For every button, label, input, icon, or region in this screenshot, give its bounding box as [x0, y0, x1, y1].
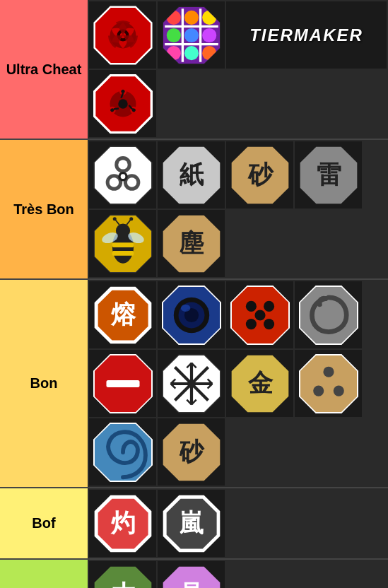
tier-row-tres-bon: Très Bon 紙 砂: [0, 140, 388, 280]
svg-point-20: [121, 89, 124, 93]
item-snowflake-white[interactable]: [158, 350, 225, 417]
tier-row-ca-passe: Ca Passe 木 晶: [0, 560, 388, 588]
svg-point-9: [184, 10, 198, 24]
svg-text:砂: 砂: [178, 437, 205, 465]
item-dots-tan[interactable]: [295, 350, 362, 417]
tier-label-tres-bon: Très Bon: [0, 140, 88, 278]
svg-text:紙: 紙: [178, 160, 204, 188]
svg-point-64: [254, 310, 265, 320]
item-kanji-chiri[interactable]: 塵: [158, 210, 225, 277]
tier-items-tres-bon: 紙 砂 雷: [88, 140, 388, 278]
item-mangekyou-red[interactable]: [89, 1, 156, 69]
svg-point-86: [333, 385, 343, 396]
tier-row-bof: Bof 灼 嵐: [0, 488, 388, 560]
item-flower-white[interactable]: [89, 141, 156, 208]
tier-items-bon: 熔: [88, 280, 388, 487]
svg-point-84: [323, 366, 334, 377]
svg-point-81: [187, 380, 196, 388]
svg-text:木: 木: [110, 580, 136, 588]
svg-point-34: [109, 177, 118, 187]
svg-point-10: [202, 10, 216, 24]
svg-point-63: [264, 319, 274, 329]
svg-point-62: [245, 319, 256, 329]
svg-point-47: [112, 217, 116, 220]
item-kanji-shou[interactable]: 晶: [158, 561, 225, 588]
tier-items-bof: 灼 嵐: [88, 488, 388, 558]
tier-items-ultra-cheat: TiERMAKER: [88, 0, 388, 139]
svg-point-49: [129, 217, 133, 220]
svg-rect-67: [106, 380, 139, 387]
svg-point-33: [118, 160, 127, 169]
item-circle-blue-black[interactable]: [158, 281, 225, 348]
item-swirl-gray[interactable]: [295, 281, 362, 348]
svg-point-85: [313, 385, 324, 396]
tier-label-bon: Bon: [0, 280, 88, 487]
tier-label-bof: Bof: [0, 488, 88, 558]
tier-list: Ultra Cheat: [0, 0, 388, 588]
item-sharingan-red[interactable]: [89, 70, 156, 137]
svg-point-45: [115, 223, 129, 237]
item-kanji-you[interactable]: 熔: [89, 281, 156, 348]
svg-point-37: [120, 174, 125, 179]
svg-point-12: [184, 28, 198, 42]
svg-point-15: [184, 46, 198, 60]
item-kanji-kami[interactable]: 紙: [158, 141, 225, 208]
svg-rect-44: [112, 251, 133, 256]
item-kanji-suna2[interactable]: 砂: [158, 418, 225, 486]
tiermaker-logo: TiERMAKER: [226, 1, 387, 69]
item-swirl-blue[interactable]: [89, 418, 156, 486]
item-tiermaker-logo[interactable]: TiERMAKER: [226, 1, 387, 69]
svg-text:砂: 砂: [247, 160, 274, 188]
tier-items-ca-passe: 木 晶: [88, 560, 388, 588]
tier-row-ultra-cheat: Ultra Cheat: [0, 0, 388, 140]
tier-label-ultra-cheat: Ultra Cheat: [0, 0, 88, 139]
svg-point-35: [127, 177, 136, 187]
tier-label-ca-passe: Ca Passe: [0, 560, 88, 588]
svg-text:熔: 熔: [110, 300, 136, 328]
svg-text:塵: 塵: [178, 228, 204, 257]
item-kanji-ki[interactable]: 木: [89, 561, 156, 588]
svg-text:金: 金: [247, 369, 273, 396]
svg-point-16: [202, 46, 216, 60]
item-kanji-kaminari[interactable]: 雷: [295, 141, 362, 208]
item-kanji-kin[interactable]: 金: [226, 350, 293, 417]
svg-rect-43: [112, 242, 133, 247]
item-minus-red[interactable]: [89, 350, 156, 417]
svg-text:雷: 雷: [316, 160, 341, 188]
svg-point-13: [202, 28, 216, 42]
item-kanji-shaku[interactable]: 灼: [89, 490, 156, 557]
svg-point-28: [118, 99, 127, 108]
tiermaker-text: TiERMAKER: [249, 25, 363, 45]
svg-point-14: [166, 46, 180, 60]
item-kanji-suna[interactable]: 砂: [226, 141, 293, 208]
item-dots-red[interactable]: [226, 281, 293, 348]
tier-row-bon: Bon 熔: [0, 280, 388, 488]
svg-point-60: [245, 300, 256, 311]
svg-point-11: [166, 28, 180, 42]
svg-text:灼: 灼: [110, 509, 135, 536]
svg-point-61: [264, 300, 274, 311]
item-grid-purple[interactable]: [158, 1, 225, 69]
svg-point-8: [166, 10, 180, 24]
svg-text:嵐: 嵐: [179, 509, 204, 536]
item-bee-gold[interactable]: [89, 210, 156, 277]
svg-rect-83: [300, 355, 357, 412]
svg-text:晶: 晶: [179, 580, 204, 588]
item-kanji-arashi[interactable]: 嵐: [158, 490, 225, 557]
svg-point-58: [180, 304, 189, 311]
